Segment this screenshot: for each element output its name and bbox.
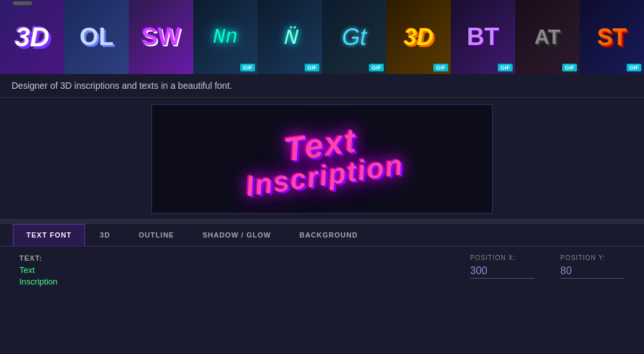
position-y-label: POSITION Y:	[560, 254, 625, 261]
text-value-line2: Inscription	[19, 276, 57, 288]
style-item-3[interactable]: SW	[129, 0, 193, 74]
gif-badge-6: GIF	[369, 64, 384, 71]
style-item-7[interactable]: 3D GIF	[386, 0, 451, 74]
style-label-2: OL	[80, 23, 114, 51]
style-label-7: 3D	[404, 24, 433, 51]
position-x-input[interactable]	[470, 264, 535, 279]
style-item-4[interactable]: Nn GIF	[193, 0, 258, 74]
description-text: Designer of 3D inscriptions and texts in…	[12, 80, 232, 91]
tab-text-font[interactable]: TEXT FONT	[13, 224, 85, 246]
style-label-1: 3D	[15, 22, 50, 53]
canvas-text-wrapper: Text Inscription	[239, 117, 405, 200]
style-item-9[interactable]: AT GIF	[515, 0, 580, 74]
style-label-10: ST	[597, 24, 627, 51]
style-item-1[interactable]: 3D	[0, 0, 64, 74]
gif-badge-10: GIF	[627, 64, 641, 71]
text-control-group: TEXT: Text Inscription	[19, 254, 57, 288]
style-item-10[interactable]: ST GIF	[580, 0, 644, 74]
style-item-6[interactable]: Gt GIF	[322, 0, 386, 74]
style-item-8[interactable]: BT GIF	[451, 0, 515, 74]
gif-badge-4: GIF	[240, 64, 255, 71]
tab-shadow-glow[interactable]: SHADOW / GLOW	[189, 224, 285, 246]
style-label-4: Nn	[213, 25, 238, 49]
text-value-line1: Text	[19, 265, 57, 276]
tabs-row: TEXT FONT 3D OUTLINE SHADOW / GLOW BACKG…	[0, 224, 644, 247]
canvas-wrapper: Text Inscription	[0, 98, 644, 219]
gif-badge-8: GIF	[498, 64, 513, 71]
tab-3d[interactable]: 3D	[86, 224, 124, 246]
scroll-indicator	[0, 219, 644, 224]
style-item-5[interactable]: N̈ GIF	[258, 0, 322, 74]
gif-badge-9: GIF	[562, 64, 577, 71]
position-x-group: POSITION X:	[470, 254, 535, 279]
style-label-8: BT	[467, 23, 500, 51]
style-label-6: Gt	[342, 24, 366, 51]
style-label-5: N̈	[283, 26, 297, 48]
tab-background[interactable]: BACKGROUND	[286, 224, 372, 246]
text-control-value: Text Inscription	[19, 265, 57, 288]
tab-outline[interactable]: OUTLINE	[125, 224, 187, 246]
style-item-2[interactable]: OL	[64, 0, 129, 74]
position-y-group: POSITION Y:	[560, 254, 625, 279]
controls-row: TEXT: Text Inscription POSITION X: POSIT…	[0, 247, 644, 295]
canvas-area: Text Inscription	[151, 104, 493, 214]
scroll-thumb	[13, 1, 32, 5]
text-control-label: TEXT:	[19, 254, 57, 262]
description-bar: Designer of 3D inscriptions and texts in…	[0, 74, 644, 98]
style-label-3: SW	[141, 23, 180, 51]
position-x-label: POSITION X:	[470, 254, 535, 261]
gif-badge-7: GIF	[433, 64, 448, 71]
style-gallery: 3D OL SW Nn GIF N̈ GIF Gt GIF 3D GIF	[0, 0, 644, 74]
position-y-input[interactable]	[560, 264, 625, 279]
style-label-9: AT	[535, 25, 560, 49]
gif-badge-5: GIF	[305, 64, 319, 71]
